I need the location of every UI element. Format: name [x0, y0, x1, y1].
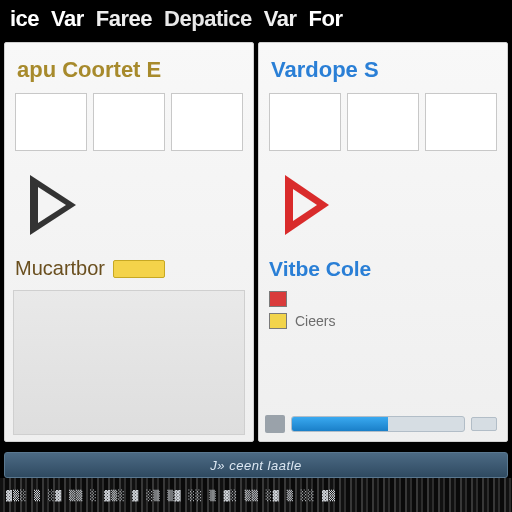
progress-stub[interactable] — [471, 417, 497, 431]
timeline-strip[interactable]: ▓▒░ ▒ ░▓ ▒▒ ░ ▓▒░ ▓ ░▒ ▒▓ ░░ ▒ ▓░ ▒▒ ░▓ … — [0, 478, 512, 512]
titlebar-word-1: ice — [4, 6, 45, 32]
status-text: J» ceent laatle — [210, 458, 301, 473]
panel-left-label: Mucartbor — [15, 257, 105, 280]
progress-bar[interactable] — [291, 416, 465, 432]
panel-right-play-area — [259, 159, 507, 253]
swatch-red-icon — [269, 291, 287, 307]
legend-label: Cieers — [295, 313, 335, 329]
legend-row — [269, 291, 497, 307]
swatch-yellow-icon — [269, 313, 287, 329]
thumb[interactable] — [15, 93, 87, 151]
panel-left: apu Coortet E Mucartbor — [4, 42, 254, 442]
badge[interactable] — [113, 260, 165, 278]
panel-left-title: apu Coortet E — [5, 43, 253, 93]
thumb[interactable] — [425, 93, 497, 151]
legend-row: Cieers — [269, 313, 497, 329]
titlebar-word-3: Faree — [90, 6, 158, 32]
title-bar: ice Var Faree Depatice Var For — [0, 0, 512, 38]
panel-right-label: Vitbe Cole — [269, 257, 371, 281]
panel-right-thumbs — [259, 93, 507, 159]
play-icon[interactable] — [265, 163, 349, 247]
panel-left-play-area — [5, 159, 253, 253]
status-bar[interactable]: J» ceent laatle — [4, 452, 508, 478]
play-icon[interactable] — [11, 163, 95, 247]
titlebar-word-4: Depatice — [158, 6, 258, 32]
volume-icon[interactable] — [265, 415, 285, 433]
progress-row — [259, 409, 507, 441]
progress-fill — [292, 417, 388, 431]
panel-right: Vardope S Vitbe Cole Cieers — [258, 42, 508, 442]
panel-left-thumbs — [5, 93, 253, 159]
titlebar-word-2: Var — [45, 6, 90, 32]
titlebar-word-6: For — [303, 6, 349, 32]
panel-left-midline: Mucartbor — [5, 253, 253, 284]
titlebar-word-5: Var — [258, 6, 303, 32]
thumb[interactable] — [347, 93, 419, 151]
panel-right-title: Vardope S — [259, 43, 507, 93]
thumb[interactable] — [269, 93, 341, 151]
panel-right-midline: Vitbe Cole — [259, 253, 507, 285]
thumb[interactable] — [93, 93, 165, 151]
thumb[interactable] — [171, 93, 243, 151]
preview-area — [13, 290, 245, 435]
timeline-noise: ▓▒░ ▒ ░▓ ▒▒ ░ ▓▒░ ▓ ░▒ ▒▓ ░░ ▒ ▓░ ▒▒ ░▓ … — [6, 490, 336, 501]
compare-panels: apu Coortet E Mucartbor Vardope S — [0, 38, 512, 442]
legend: Cieers — [259, 285, 507, 335]
